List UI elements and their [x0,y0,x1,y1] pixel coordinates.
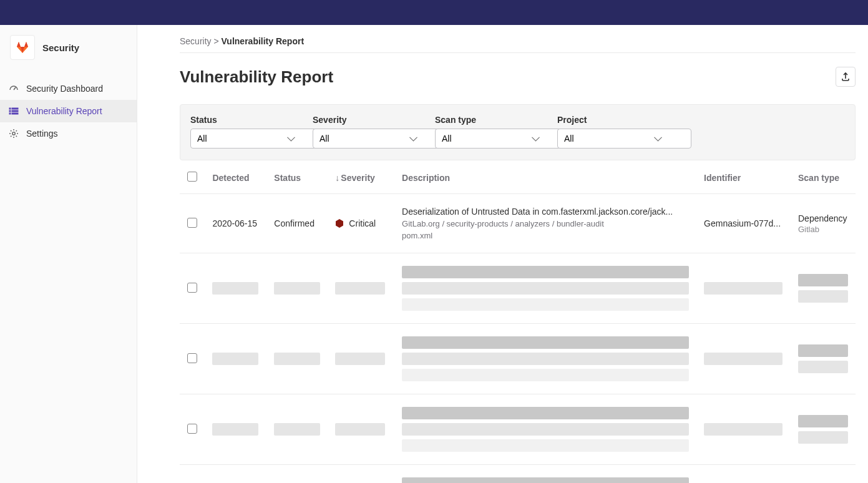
main-content: Security > Vulnerability Report Vulnerab… [137,25,868,483]
page-title: Vulnerability Report [180,67,333,87]
breadcrumb-current: Vulnerability Report [222,36,305,46]
sidebar-header: Security [0,25,137,70]
filters-bar: Status Severity Scan type Project [180,104,856,160]
filter-scan-type-select[interactable] [435,129,569,149]
gitlab-logo [10,35,35,60]
sidebar-item-vulnerability-report[interactable]: Vulnerability Report [0,100,137,122]
filter-label: Scan type [435,115,545,125]
sidebar-item-settings[interactable]: Settings [0,122,137,145]
filter-label: Severity [313,115,422,125]
sidebar-nav: Security Dashboard Vulnerability Report … [0,77,137,145]
top-bar [0,0,868,25]
sidebar-title: Security [42,42,79,53]
cell-severity: Critical [328,194,394,253]
breadcrumb-root[interactable]: Security [180,36,212,46]
filter-project-select[interactable] [557,129,691,149]
tanuki-icon [15,40,30,55]
row-checkbox[interactable] [187,283,197,293]
svg-rect-2 [9,110,11,112]
header-status[interactable]: Status [266,160,328,194]
svg-rect-3 [12,110,18,112]
row-checkbox[interactable] [187,218,197,228]
sort-desc-icon: ↓ [335,173,339,183]
vulnerability-path: GitLab.org / security-products / analyze… [402,219,689,228]
cell-scan-type: Dependency Gitlab [791,194,856,253]
gear-icon [9,129,19,139]
critical-severity-icon [335,219,344,228]
header-identifier[interactable]: Identifier [696,160,791,194]
table-body: 2020-06-15 Confirmed Critical Deserializ… [180,194,856,484]
row-checkbox[interactable] [187,424,197,434]
filter-scan-type: Scan type [435,115,545,149]
export-icon [841,72,851,82]
vulnerabilities-table: Detected Status ↓Severity Description Id… [180,160,856,483]
cell-status: Confirmed [266,194,328,253]
vulnerability-file: pom.xml [402,231,689,240]
app-layout: Security Security Dashboard Vulnerabilit… [0,25,868,483]
sidebar-item-label: Vulnerability Report [26,106,102,116]
filter-project: Project [557,115,667,149]
header-detected[interactable]: Detected [205,160,266,194]
header-description[interactable]: Description [394,160,696,194]
header-severity[interactable]: ↓Severity [328,160,394,194]
breadcrumb-separator: > [213,36,218,46]
cell-detected: 2020-06-15 [205,194,266,253]
cell-identifier: Gemnasium-077d... [696,194,791,253]
filter-status-select[interactable] [190,129,324,149]
breadcrumb: Security > Vulnerability Report [180,36,856,53]
list-icon [9,106,19,116]
svg-point-6 [12,132,15,135]
svg-rect-5 [12,113,18,114]
filter-label: Project [557,115,667,125]
table-row-skeleton [180,465,856,484]
svg-rect-0 [9,108,11,109]
dashboard-icon [9,84,19,94]
table-row-skeleton [180,253,856,324]
sidebar-item-label: Settings [26,129,58,139]
filter-severity: Severity [313,115,422,149]
table-row-skeleton [180,394,856,465]
sidebar-item-dashboard[interactable]: Security Dashboard [0,77,137,100]
filter-status: Status [190,115,300,149]
sidebar: Security Security Dashboard Vulnerabilit… [0,25,137,483]
export-button[interactable] [836,67,856,87]
table-row[interactable]: 2020-06-15 Confirmed Critical Deserializ… [180,194,856,253]
row-checkbox[interactable] [187,353,197,363]
page-header: Vulnerability Report [180,67,856,87]
cell-description: Deserialization of Untrusted Data in com… [394,194,696,253]
svg-rect-1 [12,108,18,109]
vulnerability-title[interactable]: Deserialization of Untrusted Data in com… [402,207,689,217]
filter-severity-select[interactable] [313,129,447,149]
svg-marker-7 [336,219,343,228]
table-row-skeleton [180,324,856,394]
svg-rect-4 [9,113,11,114]
select-all-checkbox[interactable] [187,172,197,182]
sidebar-item-label: Security Dashboard [26,84,103,94]
filter-label: Status [190,115,300,125]
header-scan-type[interactable]: Scan type [791,160,856,194]
